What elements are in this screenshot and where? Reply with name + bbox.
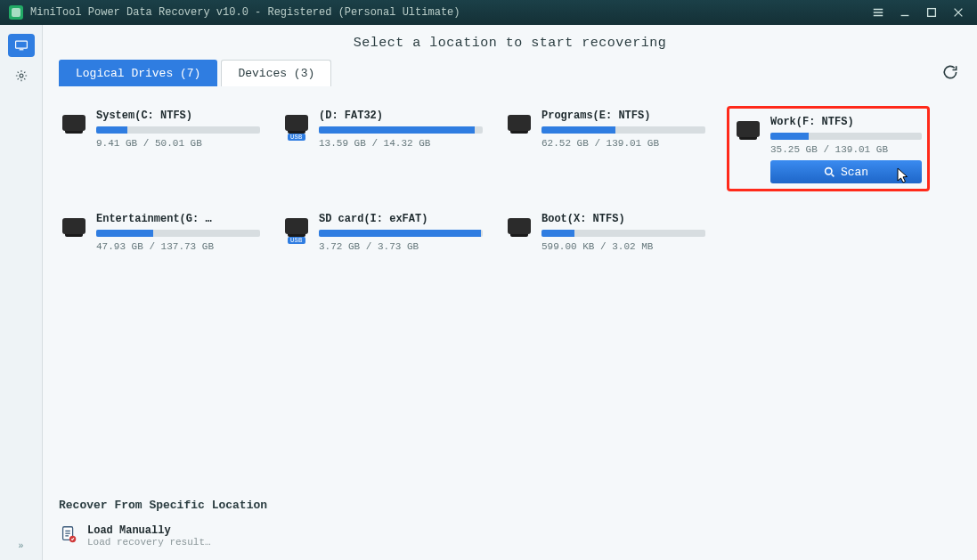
- drive-name: Boot(X: NTFS): [541, 213, 705, 225]
- sidebar-settings-button[interactable]: [8, 64, 35, 87]
- drive-name: SD card(I: exFAT): [319, 213, 483, 225]
- scan-button[interactable]: Scan: [770, 160, 922, 183]
- usb-drive-icon: USB: [285, 218, 310, 238]
- tab-logical-drives[interactable]: Logical Drives (7): [59, 60, 217, 86]
- monitor-icon: [14, 39, 28, 52]
- drive-name: (D: FAT32): [319, 110, 483, 122]
- main-panel: Select a location to start recovering Lo…: [43, 25, 977, 560]
- maximize-icon: [925, 6, 938, 19]
- close-button[interactable]: [949, 3, 968, 22]
- usb-badge: USB: [288, 237, 305, 244]
- window-title: MiniTool Power Data Recovery v10.0 - Reg…: [30, 6, 460, 19]
- load-manually-title: Load Manually: [87, 524, 211, 537]
- usb-drive-icon: USB: [285, 115, 310, 134]
- document-icon: [59, 524, 78, 544]
- svg-point-3: [826, 167, 832, 174]
- drive-usage-bar: [96, 126, 260, 134]
- hdd-icon: [62, 115, 87, 134]
- drive-card[interactable]: Programs(E: NTFS)62.52 GB / 139.01 GB: [504, 106, 707, 191]
- sidebar-expand-button[interactable]: »: [18, 541, 23, 551]
- close-icon: [952, 6, 965, 19]
- recover-from-title: Recover From Specific Location: [59, 499, 961, 512]
- title-bar: MiniTool Power Data Recovery v10.0 - Reg…: [0, 0, 977, 25]
- usb-badge: USB: [288, 134, 305, 141]
- drive-card[interactable]: Boot(X: NTFS)599.00 KB / 3.02 MB: [504, 209, 707, 257]
- drive-card[interactable]: USB(D: FAT32)13.59 GB / 14.32 GB: [281, 106, 484, 191]
- minimize-icon: [899, 6, 911, 19]
- hdd-icon: [62, 218, 87, 238]
- drive-card[interactable]: System(C: NTFS)9.41 GB / 50.01 GB: [59, 106, 262, 191]
- drive-usage-bar: [319, 230, 483, 237]
- tab-devices[interactable]: Devices (3): [221, 60, 331, 86]
- drive-usage-bar: [541, 230, 705, 237]
- drive-card[interactable]: Work(F: NTFS)35.25 GB / 139.01 GBScan: [727, 106, 930, 191]
- menu-button[interactable]: [868, 3, 888, 22]
- page-title: Select a location to start recovering: [59, 36, 961, 51]
- sidebar: »: [0, 25, 43, 560]
- load-manually-subtitle: Load recovery result…: [87, 537, 211, 548]
- svg-point-2: [20, 74, 23, 77]
- sidebar-recovery-button[interactable]: [8, 34, 35, 57]
- drive-name: Work(F: NTFS): [770, 116, 922, 128]
- drive-size-label: 62.52 GB / 139.01 GB: [541, 138, 705, 149]
- drive-name: System(C: NTFS): [96, 110, 260, 122]
- drive-usage-bar: [96, 230, 260, 237]
- maximize-button[interactable]: [922, 3, 941, 22]
- hdd-icon: [508, 115, 533, 134]
- drive-card[interactable]: Entertainment(G: …47.93 GB / 137.73 GB: [59, 209, 262, 257]
- drive-usage-bar: [541, 126, 705, 134]
- drive-size-label: 599.00 KB / 3.02 MB: [541, 241, 705, 252]
- drive-card[interactable]: USBSD card(I: exFAT)3.72 GB / 3.73 GB: [281, 209, 484, 257]
- load-manually-button[interactable]: Load Manually Load recovery result…: [59, 524, 961, 548]
- search-icon: [824, 166, 835, 178]
- svg-rect-1: [15, 41, 27, 48]
- drive-size-label: 35.25 GB / 139.01 GB: [770, 144, 922, 155]
- minimize-button[interactable]: [895, 3, 915, 22]
- scan-button-label: Scan: [841, 166, 868, 179]
- drive-grid: System(C: NTFS)9.41 GB / 50.01 GBUSB(D: …: [59, 106, 961, 257]
- refresh-button[interactable]: [941, 63, 961, 83]
- hdd-icon: [737, 121, 761, 141]
- hamburger-icon: [872, 6, 884, 19]
- drive-name: Programs(E: NTFS): [541, 110, 705, 122]
- hdd-icon: [508, 218, 533, 238]
- drive-size-label: 13.59 GB / 14.32 GB: [319, 138, 483, 149]
- app-logo-icon: [9, 5, 23, 20]
- drive-size-label: 9.41 GB / 50.01 GB: [96, 138, 260, 149]
- drive-usage-bar: [770, 133, 922, 140]
- drive-tabs: Logical Drives (7) Devices (3): [59, 60, 335, 86]
- svg-rect-0: [928, 9, 936, 17]
- drive-usage-bar: [319, 126, 483, 134]
- drive-size-label: 3.72 GB / 3.73 GB: [319, 241, 483, 252]
- drive-size-label: 47.93 GB / 137.73 GB: [96, 241, 260, 252]
- gear-icon: [14, 69, 28, 82]
- refresh-icon: [941, 63, 959, 81]
- drive-name: Entertainment(G: …: [96, 213, 260, 225]
